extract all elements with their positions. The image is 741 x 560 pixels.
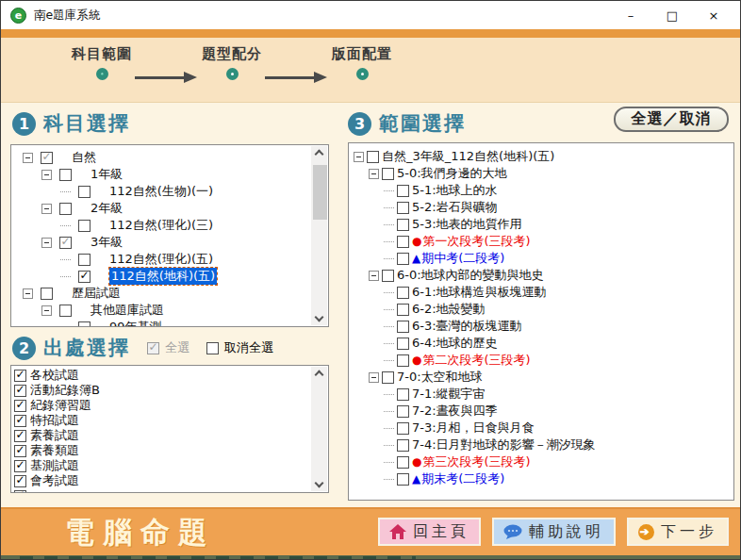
checkbox[interactable] [397, 354, 409, 367]
list-item[interactable]: 基測試題 [14, 458, 328, 473]
list-item[interactable]: 活動紀錄簿B [14, 383, 328, 398]
close-icon[interactable]: × [693, 1, 734, 29]
next-step-button[interactable]: ➔下一步 [627, 518, 729, 546]
tree-item[interactable]: 112自然(理化)(三) [11, 217, 328, 234]
checkbox[interactable] [382, 371, 394, 384]
checkbox[interactable] [397, 439, 409, 452]
tree-item[interactable]: 6-4:地球的歷史 [349, 335, 733, 352]
wizard-step[interactable]: 題型配分 [193, 45, 271, 80]
tree-item[interactable]: 6-3:臺灣的板塊運動 [349, 318, 733, 335]
deselect-all-checkbox-box[interactable] [206, 342, 219, 354]
list-item[interactable]: 素養試題 [14, 428, 328, 443]
checkbox[interactable] [397, 473, 409, 486]
tree-item[interactable]: ●第三次段考(三段考) [349, 453, 733, 470]
list-item[interactable]: 會考試題 [14, 473, 328, 488]
tree-item[interactable]: ▲期末考(二段考) [349, 470, 733, 487]
checkbox[interactable] [397, 456, 409, 469]
checkbox[interactable] [78, 271, 91, 283]
tree-item[interactable]: 6-0:地球內部的變動與地史 [349, 267, 733, 284]
tree-item[interactable]: 2年級 [11, 200, 328, 217]
tree-item[interactable]: 99年基測 [11, 319, 328, 327]
tree-item[interactable]: 7-3:月相，日食與月食 [349, 420, 733, 436]
checkbox[interactable] [14, 385, 26, 397]
checkbox[interactable] [397, 388, 409, 401]
tree-item[interactable]: 7-1:縱觀宇宙 [349, 386, 733, 403]
checkbox[interactable] [14, 445, 26, 457]
scroll-down-icon[interactable] [315, 313, 324, 322]
checkbox[interactable] [14, 490, 26, 494]
checkbox[interactable] [382, 168, 394, 180]
tree-expander-icon[interactable] [354, 152, 364, 162]
checkbox[interactable] [14, 430, 26, 442]
checkbox[interactable] [59, 203, 72, 215]
tree-item[interactable]: 其他題庫試題 [11, 302, 328, 319]
checkbox[interactable] [14, 415, 26, 427]
tree-item[interactable]: 7-2:晝夜與四季 [349, 403, 733, 420]
select-all-checkbox[interactable]: 全選 [147, 339, 189, 356]
checkbox[interactable] [14, 370, 26, 382]
tree-expander-icon[interactable] [23, 153, 33, 163]
tree-item[interactable]: 3年級 [11, 234, 328, 251]
tree-expander-icon[interactable] [41, 238, 52, 248]
checkbox[interactable] [397, 219, 409, 231]
tree-item[interactable]: 1年級 [11, 166, 328, 183]
scroll-up-icon[interactable] [315, 150, 324, 159]
checkbox[interactable] [41, 288, 53, 300]
list-item[interactable]: 特招試題 [14, 413, 328, 428]
checkbox[interactable] [397, 185, 409, 197]
checkbox[interactable] [382, 270, 394, 282]
tree-item[interactable]: 自然_3年級_112自然(地科)(五) [349, 148, 733, 165]
tree-expander-icon[interactable] [369, 169, 379, 179]
tree-expander-icon[interactable] [41, 305, 52, 316]
wizard-step[interactable]: 科目範圍 [63, 45, 140, 80]
minimize-icon[interactable]: – [610, 1, 651, 29]
list-item[interactable]: 紀錄簿習題 [14, 398, 328, 413]
checkbox[interactable] [397, 405, 409, 418]
checkbox[interactable] [78, 254, 91, 266]
checkbox[interactable] [78, 220, 91, 232]
tree-item[interactable]: 7-4:日月對地球的影響－潮汐現象 [349, 436, 733, 453]
deselect-all-checkbox[interactable]: 取消全選 [206, 339, 273, 356]
tree-item[interactable]: 7-0:太空和地球 [349, 369, 733, 386]
checkbox[interactable] [397, 304, 409, 316]
tree-item[interactable]: 5-2:岩石與礦物 [349, 199, 733, 216]
scrollbar-thumb[interactable] [313, 165, 327, 220]
checkbox[interactable] [14, 475, 26, 487]
tree-expander-icon[interactable] [23, 288, 33, 299]
source-list-scrollbar[interactable] [311, 367, 327, 491]
maximize-icon[interactable]: □ [651, 1, 693, 29]
wizard-step[interactable]: 版面配置 [323, 45, 401, 80]
tree-item[interactable]: 112自然(生物)(一) [11, 183, 328, 200]
home-button[interactable]: 回主頁 [378, 518, 481, 546]
tree-item[interactable]: 112自然(地科)(五) [11, 268, 328, 285]
checkbox[interactable] [14, 400, 26, 412]
checkbox[interactable] [397, 422, 409, 435]
checkbox[interactable] [59, 169, 72, 181]
checkbox[interactable] [397, 321, 409, 333]
tree-item[interactable]: 自然 [11, 149, 328, 166]
checkbox[interactable] [397, 287, 409, 299]
checkbox[interactable] [397, 338, 409, 350]
scroll-up-icon[interactable] [315, 371, 324, 380]
checkbox[interactable] [367, 151, 379, 163]
checkbox[interactable] [59, 237, 72, 249]
help-button[interactable]: 輔助說明 [492, 518, 616, 546]
tree-expander-icon[interactable] [369, 271, 379, 281]
checkbox[interactable] [14, 460, 26, 472]
checkbox[interactable] [397, 253, 409, 265]
tree-item[interactable]: 112自然(理化)(五) [11, 251, 328, 268]
tree-item[interactable]: ●第一次段考(三段考) [349, 233, 733, 250]
checkbox[interactable] [78, 186, 91, 198]
select-toggle-button[interactable]: 全選／取消 [614, 107, 729, 132]
tree-expander-icon[interactable] [41, 204, 52, 214]
tree-item[interactable]: 5-0:我們身邊的大地 [349, 165, 733, 182]
tree-item[interactable]: 5-3:地表的地質作用 [349, 216, 733, 233]
tree-item[interactable]: 5-1:地球上的水 [349, 182, 733, 199]
select-all-checkbox-box[interactable] [147, 342, 159, 354]
tree-item[interactable]: ●第二次段考(三段考) [349, 352, 733, 369]
tree-item[interactable]: 歷屆試題 [11, 285, 328, 302]
list-item[interactable]: 各校試題 [14, 368, 328, 383]
checkbox[interactable] [41, 152, 53, 164]
tree-item[interactable]: 6-2:地殼變動 [349, 301, 733, 318]
checkbox[interactable] [397, 236, 409, 248]
